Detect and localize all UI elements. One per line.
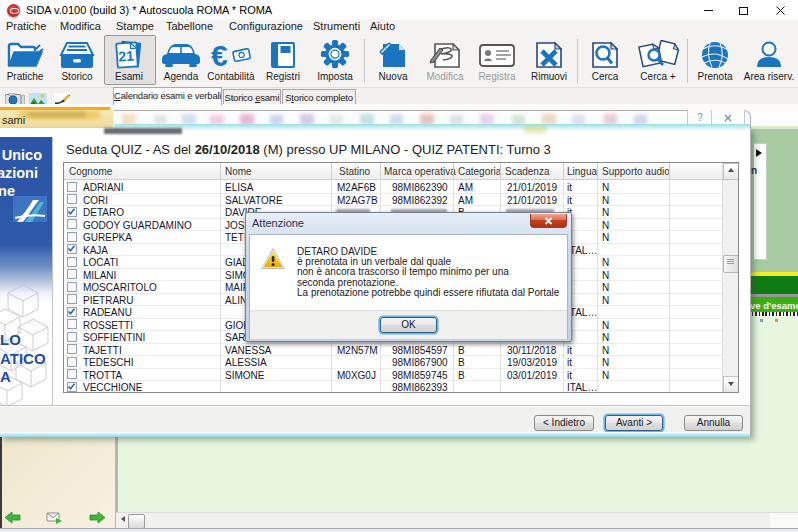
svg-text:€: € (211, 40, 228, 70)
svg-text:21: 21 (118, 47, 135, 64)
